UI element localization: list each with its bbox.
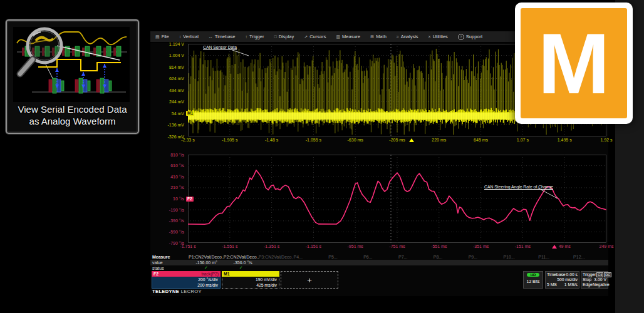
menu-math[interactable]: ⊞Math [365,31,392,42]
measure-col-p7[interactable]: P7... [398,255,434,259]
math-icon: ⊞ [370,34,374,39]
brand-teledyne: TELEDYNE [152,289,179,294]
x-tick-label: -1.351 s [253,244,291,249]
measure-col-p4[interactable]: P4... [293,255,328,259]
timebase-scale: 500 ms/div [557,277,578,282]
menu-support[interactable]: ?Support [453,31,487,42]
timebase-box[interactable]: Timebase 0.00 s 500 ms/div 5 MS 1 MS/s [545,271,579,289]
measure-row-label: status [150,266,189,270]
y-tick-label: 10 °/s [150,197,184,201]
trigger-position-marker[interactable] [552,245,557,249]
m1-id: M1 [224,271,229,277]
y-tick-label: 1.004 V [150,53,184,58]
analysis-icon: ≈ [397,34,399,39]
menu-label: Cursors [309,34,326,39]
trigger-coupling-badge: DC [604,272,611,277]
menu-trigger[interactable]: ↑Trigger [240,31,269,42]
y-tick-label: 210 °/s [150,185,184,190]
menu-cursors[interactable]: ↗Cursors [299,31,331,42]
menu-label: Trigger [249,34,264,39]
f2-id: F2 [153,271,158,277]
support-icon: ? [458,34,464,40]
x-tick-label: -1.751 s [169,244,207,249]
x-tick-label: 645 ms [462,138,500,142]
menu-timebase[interactable]: ↔Timebase [204,31,241,42]
annotation-steering-angle-rate: CAN Steering Angle Rate of Change [484,185,553,189]
f2-source: track(P2) [201,271,219,277]
x-tick-label: 220 ms [420,138,458,142]
trace-descriptor-m1[interactable]: M1 190 mV/div 425 ms/div [222,271,279,289]
timebase-rate: 1 MS/s [564,282,578,287]
measure-col-p1[interactable]: P1:CN2Val(Deco... [189,255,224,259]
page-background: View Serial Encoded Data as Analog Wavef… [0,0,644,313]
trigger-box[interactable]: Trigger C4DC Stop 3.00 V Edge Negative [581,271,608,289]
menu-measure[interactable]: ▥Measure [331,31,365,42]
timebase-record: 5 MS [547,282,557,287]
trigger-level: 3.00 V [594,277,606,282]
measure-status-row: status✓✓ [150,265,608,270]
y-tick-label: -590 °/s [150,230,184,234]
y-tick-label: 810 °/s [150,153,184,157]
promo-thumbnail[interactable]: View Serial Encoded Data as Analog Wavef… [6,19,139,134]
trigger-label: Trigger [583,272,596,277]
menu-label: Math [376,34,387,39]
x-tick-label: 1.07 s [504,138,541,142]
menu-analysis[interactable]: ≈Analysis [392,31,423,42]
y-tick-label: -390 °/s [150,218,184,223]
menu-label: Support [466,34,482,39]
y-tick-label: 54 mV [150,111,184,116]
y-tick-label: -136 mV [150,123,184,127]
x-tick-label: -1.551 s [211,244,249,249]
menu-label: Timebase [215,34,236,39]
measure-table: MeasureP1:CN2Val(Deco...P2:CN2Val(Deco..… [150,254,608,270]
measure-col-p10[interactable]: P10... [503,255,538,259]
menu-label: File [162,34,169,39]
measure-col-p9[interactable]: P9... [469,255,504,259]
menu-display[interactable]: □Display [269,31,299,42]
measure-col-p2[interactable]: P2:CN2Val(Deco... [224,255,259,259]
waveform-grid[interactable] [188,155,606,243]
y-tick-label: 434 mV [150,88,184,93]
x-tick-label: -2.33 s [169,138,207,142]
add-trace-button[interactable]: + [281,271,338,289]
trigger-kind: Edge [583,282,593,287]
menu-label: Analysis [401,34,418,39]
m-logo-letter: M [538,20,610,106]
cursors-icon: ↗ [304,34,308,39]
measure-col-p6[interactable]: P6... [363,255,398,259]
x-tick-label: 1.495 s [546,138,583,142]
hd-badge: HD [527,273,540,277]
x-tick-label: -1.055 s [294,138,332,142]
trace-badge-m1[interactable]: M1 [186,111,194,116]
measure-col-p8[interactable]: P8... [434,255,469,259]
x-tick-label: -1.48 s [253,138,291,142]
x-axis: -2.33 s-1.905 s-1.48 s-1.055 s-630 ms-20… [150,138,608,144]
m-logo: M [515,3,633,124]
menu-utilities[interactable]: ×Utilities [423,31,453,42]
measure-status: ✓ [224,265,259,270]
trace-badge-f2[interactable]: F2 [186,197,194,202]
menu-label: Utilities [433,34,448,39]
m-logo-square: M [521,8,627,118]
x-tick-label: 249 ms [588,244,625,249]
measure-value: -156.00 m° [189,260,224,265]
timebase-delay: 0.00 s [566,272,578,277]
add-trace-plus: + [307,275,312,285]
measure-col-p11[interactable]: P11... [538,255,573,259]
menu-vertical[interactable]: ↕Vertical [174,31,204,42]
measure-col-p5[interactable]: P5... [328,255,363,259]
display-icon: □ [274,34,276,39]
menu-file[interactable]: ▤File [150,31,174,42]
hd-mode-box[interactable]: HD 12 Bits [523,271,543,289]
measure-col-p12[interactable]: P12... [573,255,608,259]
menu-label: Measure [342,34,360,39]
brand-lecroy: LECROY [181,289,202,294]
y-tick-label: 410 °/s [150,175,184,179]
trigger-position-marker[interactable] [409,138,414,142]
x-tick-label: -1.905 s [211,138,249,142]
x-axis: -1.751 s-1.551 s-1.351 s-1.151 s-951 ms-… [150,244,608,250]
timebase-icon: ↔ [209,34,213,39]
trace-descriptor-f2[interactable]: F2 track(P2) 200 °/s/div 200 ms/div [152,271,221,289]
measure-col-p3[interactable]: P3:CN2Val(Deco... [259,255,294,259]
f2-vertical-scale: 200 °/s/div [154,277,218,283]
